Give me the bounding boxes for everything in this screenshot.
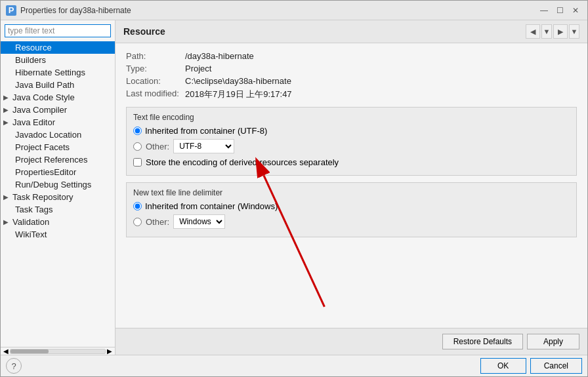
forward-button[interactable]: ▶ (553, 24, 568, 39)
properties-dialog: P Properties for day38a-hibernate — ☐ ✕ … (0, 0, 588, 377)
sidebar-item-project-references[interactable]: Project References (1, 153, 115, 166)
inherited-encoding-label: Inherited from container (UTF-8) (145, 126, 267, 136)
encoding-section-title: Text file encoding (133, 113, 570, 122)
scrollbar-track (10, 349, 106, 354)
window-icon: P (6, 5, 16, 16)
scrollbar-thumb (10, 349, 49, 353)
sidebar-item-label: Project References (15, 155, 88, 165)
sidebar-item-run-debug[interactable]: Run/Debug Settings (1, 178, 115, 191)
type-row: Type: Project (126, 64, 577, 73)
sidebar-item-javadoc[interactable]: Javadoc Location (1, 129, 115, 141)
sidebar-item-task-repository[interactable]: ▶ Task Repository (1, 191, 115, 203)
restore-defaults-button[interactable]: Restore Defaults (442, 334, 523, 349)
other-delimiter-radio[interactable] (133, 218, 142, 226)
sidebar-item-resource[interactable]: Resource (1, 41, 115, 54)
window-title: Properties for day38a-hibernate (20, 6, 537, 15)
location-value: C:\eclipse\day38a-hibernate (185, 76, 291, 86)
minimize-button[interactable]: — (537, 4, 551, 17)
other-encoding-label: Other: (146, 142, 169, 151)
footer-right-buttons: OK Cancel (480, 358, 582, 374)
main-header: Resource ◀ ▼ ▶ ▼ (116, 20, 587, 43)
location-label: Location: (126, 76, 185, 86)
filter-input[interactable] (5, 24, 111, 37)
sidebar-item-label: Project Facets (15, 142, 70, 152)
sidebar-item-label: Hibernate Settings (15, 68, 85, 77)
help-button[interactable]: ? (6, 358, 22, 374)
inherited-delimiter-row: Inherited from container (Windows) (133, 201, 570, 211)
delimiter-section-title: New text file line delimiter (133, 188, 570, 197)
sidebar-item-label: Run/Debug Settings (15, 180, 91, 189)
last-modified-label: Last modified: (126, 89, 185, 100)
titlebar: P Properties for day38a-hibernate — ☐ ✕ (1, 1, 587, 20)
sidebar-item-label: Java Code Style (12, 92, 75, 102)
sidebar-item-java-code-style[interactable]: ▶ Java Code Style (1, 91, 115, 104)
other-delimiter-row: Other: Windows Unix Mac (133, 214, 570, 229)
sidebar-item-label: Javadoc Location (15, 130, 81, 140)
last-modified-value: 2018年7月19日 上午9:17:47 (185, 89, 292, 100)
encoding-select[interactable]: UTF-8 UTF-16 ISO-8859-1 US-ASCII (173, 139, 234, 153)
sidebar-item-label: WikiText (15, 229, 47, 239)
resource-content: Path: /day38a-hibernate Type: Project Lo… (116, 43, 587, 328)
tree-arrow: ▶ (3, 119, 11, 126)
back-dropdown-button[interactable]: ▼ (541, 24, 552, 39)
sidebar-item-wikitext[interactable]: WikiText (1, 228, 115, 241)
last-modified-row: Last modified: 2018年7月19日 上午9:17:47 (126, 89, 577, 100)
sidebar-item-label: PropertiesEditor (15, 167, 76, 177)
sidebar-item-label: Validation (12, 217, 49, 227)
store-encoding-checkbox[interactable] (133, 158, 142, 167)
sidebar-item-project-facets[interactable]: Project Facets (1, 141, 115, 153)
sidebar-item-validation[interactable]: ▶ Validation (1, 216, 115, 228)
sidebar-item-task-tags[interactable]: Task Tags (1, 203, 115, 216)
apply-button[interactable]: Apply (527, 334, 579, 349)
location-row: Location: C:\eclipse\day38a-hibernate (126, 76, 577, 86)
sidebar-item-properties-editor[interactable]: PropertiesEditor (1, 166, 115, 178)
ok-button[interactable]: OK (480, 358, 526, 374)
window-controls: — ☐ ✕ (537, 4, 582, 17)
inherited-delimiter-label: Inherited from container (Windows) (145, 201, 278, 211)
scroll-left-btn[interactable]: ◀ (2, 347, 10, 355)
bottom-buttons: Restore Defaults Apply (116, 328, 587, 355)
tree-arrow: ▶ (3, 193, 11, 201)
other-delimiter-label: Other: (146, 217, 169, 227)
sidebar-item-java-compiler[interactable]: ▶ Java Compiler (1, 104, 115, 116)
panel-title: Resource (123, 26, 165, 37)
inherited-encoding-radio[interactable] (133, 127, 142, 135)
delimiter-select[interactable]: Windows Unix Mac (173, 214, 225, 229)
sidebar-item-label: Java Editor (12, 117, 55, 127)
maximize-button[interactable]: ☐ (553, 4, 566, 17)
forward-dropdown-button[interactable]: ▼ (569, 24, 579, 39)
type-value: Project (185, 64, 211, 73)
cancel-button[interactable]: Cancel (530, 358, 582, 374)
sidebar-scrollbar: ◀ ▶ (1, 347, 115, 355)
other-encoding-row: Other: UTF-8 UTF-16 ISO-8859-1 US-ASCII (133, 139, 570, 153)
sidebar-item-builders[interactable]: Builders (1, 54, 115, 66)
sidebar-item-hibernate[interactable]: Hibernate Settings (1, 66, 115, 79)
tree-arrow: ▶ (3, 106, 11, 113)
path-label: Path: (126, 51, 185, 61)
sidebar-item-label: Task Repository (12, 192, 73, 202)
sidebar-item-java-editor[interactable]: ▶ Java Editor (1, 116, 115, 129)
type-label: Type: (126, 64, 185, 73)
store-encoding-row: Store the encoding of derived resources … (133, 157, 570, 167)
content-area: Resource Builders Hibernate Settings Jav… (1, 20, 587, 355)
tree-area: Resource Builders Hibernate Settings Jav… (1, 41, 115, 347)
store-encoding-label: Store the encoding of derived resources … (146, 157, 339, 167)
nav-buttons: ◀ ▼ ▶ ▼ (526, 24, 579, 39)
other-encoding-radio[interactable] (133, 142, 142, 151)
path-row: Path: /day38a-hibernate (126, 51, 577, 61)
scroll-right-btn[interactable]: ▶ (106, 347, 114, 355)
footer-bar: ? OK Cancel (1, 355, 587, 376)
sidebar-item-label: Task Tags (15, 205, 53, 214)
sidebar-item-label: Resource (15, 43, 52, 52)
inherited-delimiter-radio[interactable] (133, 202, 142, 210)
sidebar-item-java-build-path[interactable]: Java Build Path (1, 79, 115, 91)
tree-arrow: ▶ (3, 94, 11, 101)
sidebar-item-label: Builders (15, 55, 46, 65)
close-button[interactable]: ✕ (569, 4, 582, 17)
main-panel: Resource ◀ ▼ ▶ ▼ Path: /day38a-hibernate… (116, 20, 587, 355)
sidebar-item-label: Java Build Path (15, 80, 74, 90)
line-delimiter-section: New text file line delimiter Inherited f… (126, 182, 577, 237)
text-encoding-section: Text file encoding Inherited from contai… (126, 107, 577, 176)
path-value: /day38a-hibernate (185, 51, 254, 61)
back-button[interactable]: ◀ (526, 24, 540, 39)
